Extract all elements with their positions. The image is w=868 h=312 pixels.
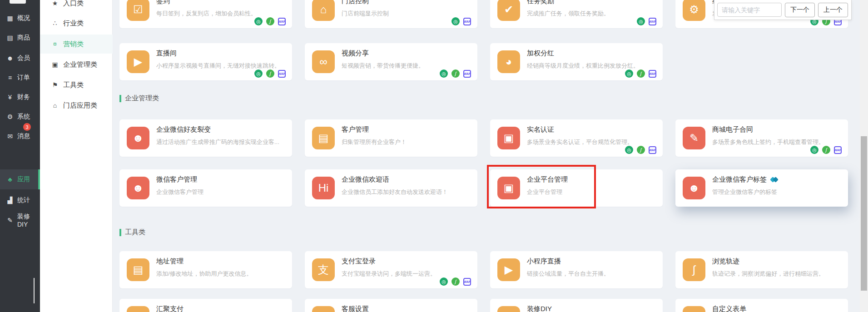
wechat-miniprogram-badge[interactable]: ◎ — [254, 17, 263, 25]
category-item-marketing[interactable]: ¤营销类 — [40, 35, 113, 54]
section-header-enterprise: 企业管理类 — [119, 94, 159, 103]
app-card-headset[interactable]: ☎客服设置 — [305, 299, 477, 312]
live-camera-icon: ▶ — [497, 258, 520, 281]
search-input[interactable] — [717, 3, 782, 17]
app-card-user-group[interactable]: ☻微信客户管理企业微信客户管理 — [119, 169, 292, 207]
card-description: 短视频营销，带货传播更便捷。 — [342, 62, 470, 70]
find-next-button[interactable]: 下一个 — [785, 3, 815, 17]
sidebar-item-products[interactable]: ▤商品 — [0, 28, 40, 48]
app-card-document[interactable]: ▤客户管理归集管理所有企业客户！ — [305, 119, 477, 157]
headset-icon: ☎ — [312, 306, 335, 312]
sidebar-item-orders[interactable]: ≡订单 — [0, 68, 40, 88]
app-card-alipay[interactable]: 支支付宝登录支付宝端登录访问，多端统一运营。◎ʃWAP — [305, 251, 477, 288]
card-title: 地址管理 — [156, 257, 184, 266]
app-card-footprint[interactable]: ∫浏览轨迹轨迹记录，洞察浏览偏好，进行精细运营。 — [675, 251, 848, 288]
h5-link-badge[interactable]: ʃ — [451, 69, 460, 78]
h5-link-badge[interactable]: ʃ — [266, 69, 274, 78]
h5-link-badge[interactable]: ʃ — [451, 277, 460, 286]
find-prev-button[interactable]: 上一个 — [818, 3, 848, 17]
card-description: 管理企业微信客户的标签 — [712, 188, 841, 196]
app-card-hammer[interactable]: ✎装修DIY — [490, 299, 663, 312]
card-title: 支付宝登录 — [342, 257, 376, 266]
app-card-id-card[interactable]: ▣实名认证多场景业务实名认证，平台规范化管理。◎ʃWAP — [490, 119, 663, 157]
tags-icon — [769, 176, 779, 183]
page-scrollbar-thumb[interactable] — [861, 136, 867, 291]
wap-badge[interactable]: WAP — [834, 146, 842, 154]
wap-badge[interactable]: WAP — [463, 70, 471, 78]
app-card-user-share[interactable]: ☻企业微信好友裂变通过活动推广生成带推广码的海报实现企业客... — [119, 119, 292, 157]
wap-badge[interactable]: WAP — [649, 70, 656, 78]
app-card-platform-phone[interactable]: ▣企业平台管理企业平台管理 — [490, 169, 663, 207]
app-card-payment[interactable]: ¥汇聚支付 — [119, 299, 292, 312]
sidebar-item-stats[interactable]: ▟统计 — [0, 190, 40, 210]
wap-badge[interactable]: WAP — [463, 278, 471, 286]
wap-badge[interactable]: WAP — [278, 18, 286, 25]
card-description: 企业微信客户管理 — [156, 188, 285, 196]
sidebar-item-messages[interactable]: ✉消息3 — [0, 126, 40, 146]
wechat-miniprogram-badge[interactable]: ◎ — [254, 69, 263, 78]
sidebar-item-decorate-diy[interactable]: ✎装修DIY — [0, 210, 40, 230]
app-card-live-camera[interactable]: ▶直播间小程序显示视频号直播间，无缝对接快速跳转。◎ʃWAP — [119, 43, 292, 80]
wechat-miniprogram-badge[interactable]: ◎ — [451, 17, 460, 25]
card-description: 轨迹记录，洞察浏览偏好，进行精细运营。 — [712, 270, 841, 278]
card-title: 视频分享 — [342, 49, 369, 58]
sidebar-item-members[interactable]: ☻会员 — [0, 48, 40, 68]
app-card-calendar-check[interactable]: ☑签到每日签到，反复到店，增加会员粘性。◎ʃWAP — [119, 0, 292, 28]
icon-glyph: ▤ — [133, 263, 144, 276]
icon-glyph: ⚙ — [689, 3, 699, 16]
h5-link-badge[interactable]: ʃ — [637, 69, 645, 78]
category-item-entry[interactable]: ★入口类 — [40, 0, 113, 13]
app-card-storefront[interactable]: ⌂门店控制门店前端显示控制◎WAP — [305, 0, 477, 28]
main-sidebar: ▦概况▤商品☻会员≡订单¥财务⚙系统✉消息3♣应用▟统计✎装修DIY — [0, 0, 40, 312]
category-item-tools[interactable]: ⚑工具类 — [40, 75, 113, 94]
icon-glyph: ▤ — [318, 132, 329, 144]
sidebar-item-overview[interactable]: ▦概况 — [0, 8, 40, 28]
h5-link-badge[interactable]: ʃ — [822, 146, 830, 154]
category-item-industry[interactable]: ∴行业类 — [40, 14, 113, 33]
app-card-contract[interactable]: ✎商城电子合同多场景多角色线上签约，手机端查看管理。◎ʃWAP — [675, 119, 848, 157]
app-card-user-tag[interactable]: ☻企业微信客户标签管理企业微信客户的标签 — [675, 169, 848, 207]
category-item-store-apps[interactable]: ⌂门店应用类 — [40, 96, 113, 115]
wechat-miniprogram-badge[interactable]: ◎ — [637, 17, 645, 25]
card-row: ☻企业微信好友裂变通过活动推广生成带推广码的海报实现企业客...▤客户管理归集管… — [119, 119, 848, 157]
app-card-address-book[interactable]: ▤地址管理添加/修改地址，协助用户更改信息。 — [119, 251, 292, 288]
sidebar-item-system[interactable]: ⚙系统 — [0, 107, 40, 127]
wechat-miniprogram-badge[interactable]: ◎ — [440, 277, 448, 286]
sidebar-item-apps[interactable]: ♣应用 — [0, 169, 40, 189]
app-card-member-pie[interactable]: ◕加权分红经销商等级月度业绩，权重比例发放分红。◎ʃWAP — [490, 43, 663, 80]
finance-icon: ¥ — [5, 94, 15, 101]
id-card-icon: ▣ — [497, 127, 520, 149]
h5-link-badge[interactable]: ʃ — [637, 146, 645, 154]
app-card-video-link[interactable]: ∞视频分享短视频营销，带货传播更便捷。◎ʃWAP — [305, 43, 477, 80]
form-icon: ▤ — [683, 306, 705, 312]
icon-glyph: 支 — [318, 262, 329, 277]
wap-badge[interactable]: WAP — [649, 146, 656, 154]
sidebar-item-finance[interactable]: ¥财务 — [0, 87, 40, 107]
sidebar-item-partial-icon[interactable] — [10, 0, 26, 4]
page-scrollbar-track[interactable] — [860, 0, 868, 312]
category-item-enterprise[interactable]: ▣企业管理类 — [40, 55, 113, 74]
wap-badge[interactable]: WAP — [278, 70, 286, 78]
card-title: 签到 — [156, 0, 170, 5]
alipay-icon: 支 — [312, 258, 335, 281]
wap-badge[interactable]: WAP — [463, 18, 471, 25]
wechat-miniprogram-badge[interactable]: ◎ — [625, 69, 633, 78]
app-card-clipboard-check[interactable]: ✔任务奖励完成推广任务，领取任务奖励。◎WAP — [490, 0, 663, 28]
card-title: 任务奖励 — [527, 0, 554, 5]
h5-link-badge[interactable]: ʃ — [266, 17, 274, 25]
category-item-label: 行业类 — [63, 19, 84, 28]
app-card-hi-greeting[interactable]: Hi企业微信欢迎语企业微信员工添加好友自动发送欢迎语！ — [305, 169, 477, 207]
card-title: 企业微信好友裂变 — [156, 125, 211, 134]
wap-badge[interactable]: WAP — [649, 18, 656, 25]
card-title: 商城电子合同 — [712, 125, 753, 134]
wechat-miniprogram-badge[interactable]: ◎ — [810, 146, 818, 154]
wechat-miniprogram-badge[interactable]: ◎ — [625, 146, 633, 154]
card-description: 添加/修改地址，协助用户更改信息。 — [156, 270, 285, 278]
card-description: 支付宝端登录访问，多端统一运营。 — [342, 270, 470, 278]
app-card-live-camera[interactable]: ▶小程序直播链接公域流量，平台自主开播。 — [490, 251, 663, 288]
wechat-miniprogram-badge[interactable]: ◎ — [440, 69, 448, 78]
channel-badges: ◎ʃWAP — [625, 146, 656, 154]
card-title: 客服设置 — [342, 305, 369, 312]
app-card-form[interactable]: ▤自定义表单 — [675, 299, 848, 312]
sidebar-item-label: 概况 — [17, 14, 30, 22]
